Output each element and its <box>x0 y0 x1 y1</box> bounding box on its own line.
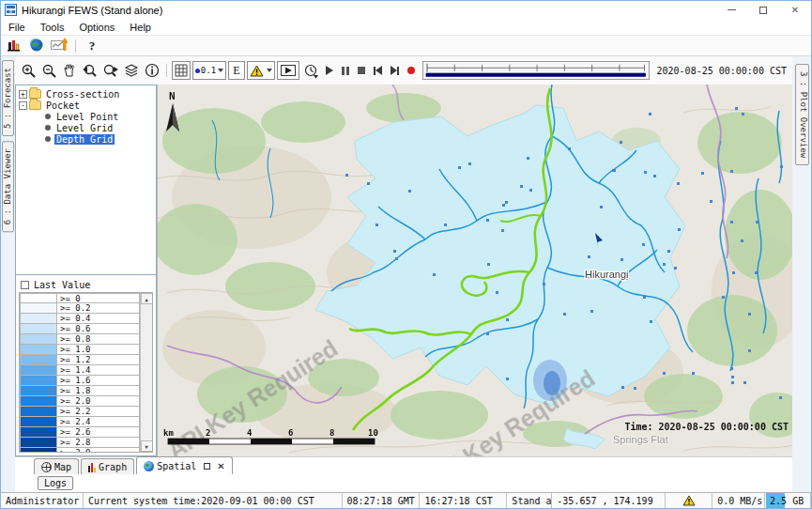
tree-item-cross-section[interactable]: +Cross-section <box>17 88 155 100</box>
movie-export-button[interactable] <box>277 61 299 80</box>
station-dot <box>543 283 545 285</box>
timeseries-button[interactable] <box>50 38 69 54</box>
left-tab-strip: 5 : Forecast 6 : Data Viewer <box>1 56 15 492</box>
app-icon <box>5 4 17 16</box>
status-coordinates: -35.657 , 174.199 <box>552 493 666 508</box>
legend-row[interactable]: >= 3.0 <box>20 448 140 453</box>
tree-item-pocket[interactable]: -Pocket <box>17 100 155 111</box>
tab-spatial[interactable]: Spatial ✕ <box>136 456 233 474</box>
tree-item-level-grid[interactable]: Level Grid <box>17 122 155 133</box>
help-button[interactable]: ? <box>83 38 101 54</box>
scroll-up-icon[interactable]: ▲ <box>141 293 153 304</box>
side-tab-data-viewer[interactable]: 6 : Data Viewer <box>2 141 14 232</box>
warning-threshold-dropdown[interactable] <box>247 61 275 80</box>
legend-row[interactable]: >= 1.0 <box>20 345 140 355</box>
legend-row[interactable]: >= 1.6 <box>20 376 140 386</box>
pan-button[interactable] <box>60 61 79 80</box>
play-button[interactable] <box>326 66 333 75</box>
zoom-out-button[interactable] <box>39 61 58 80</box>
tree-item-label: Level Point <box>54 112 120 122</box>
station-dot <box>505 201 508 204</box>
legend-row[interactable]: >= 0.6 <box>20 324 140 334</box>
status-system-time: Current system time:2020-09-01 00:00 CST <box>84 493 343 508</box>
legend-row[interactable]: >= 0.8 <box>20 334 140 345</box>
legend-panel: Last Value >= 0>= 0.2>= 0.4>= 0.6>= 0.8>… <box>15 275 157 456</box>
skip-to-start-button[interactable] <box>374 66 382 75</box>
close-button[interactable]: ✕ <box>779 1 811 19</box>
station-dot <box>701 172 704 175</box>
legend-row[interactable]: >= 1.2 <box>20 355 140 365</box>
timeline-slider[interactable] <box>422 61 650 80</box>
legend-label: >= 2.2 <box>57 407 140 417</box>
legend-row[interactable]: >= 2.0 <box>20 396 140 407</box>
station-dot <box>642 243 645 246</box>
legend-row[interactable]: >= 0.2 <box>20 303 140 314</box>
last-value-checkbox[interactable] <box>21 281 29 289</box>
station-dot <box>408 190 411 193</box>
zoom-previous-button[interactable] <box>81 61 100 80</box>
station-dot <box>468 162 471 165</box>
tab-graph[interactable]: Graph <box>81 458 134 474</box>
menu-file[interactable]: File <box>1 20 33 35</box>
side-tab-forecast[interactable]: 5 : Forecast <box>2 60 14 136</box>
legend-row[interactable]: >= 2.8 <box>20 438 140 448</box>
minimize-button[interactable] <box>715 1 747 19</box>
legend-row[interactable]: >= 0.4 <box>20 314 140 324</box>
svg-text:10: 10 <box>368 428 378 438</box>
station-dot <box>755 271 758 274</box>
legend-row[interactable]: >= 2.6 <box>20 427 140 438</box>
zoom-next-button[interactable] <box>101 61 120 80</box>
menu-help[interactable]: Help <box>122 20 159 35</box>
side-tab-plot-overview[interactable]: 3 : Plot Overview <box>795 64 809 165</box>
zoom-in-button[interactable] <box>19 61 38 80</box>
maximize-button[interactable] <box>747 1 779 19</box>
legend-row[interactable]: >= 0 <box>20 293 140 303</box>
menu-options[interactable]: Options <box>71 20 122 35</box>
tab-close-icon[interactable]: ✕ <box>217 461 224 471</box>
station-dot <box>779 396 782 399</box>
legend-row[interactable]: >= 2.4 <box>20 417 140 427</box>
labels-button[interactable]: E <box>228 61 245 80</box>
legend-label: >= 0.8 <box>57 334 140 345</box>
tree-item-depth-grid[interactable]: Depth Grid <box>17 133 155 145</box>
station-dot <box>527 157 529 160</box>
graph-tab-label: Graph <box>99 462 127 472</box>
pause-button[interactable] <box>342 67 349 75</box>
legend-row[interactable]: >= 1.4 <box>20 365 140 376</box>
legend-swatch <box>20 448 57 453</box>
tree-item-level-point[interactable]: Level Point <box>17 111 155 122</box>
map-canvas: API Key Required API Key Required N Hiku… <box>158 85 792 456</box>
legend-row[interactable]: >= 1.8 <box>20 386 140 396</box>
scroll-down-icon[interactable]: ▼ <box>141 440 153 452</box>
animation-settings-button[interactable] <box>301 61 320 80</box>
expand-icon[interactable]: + <box>19 90 27 99</box>
menu-tools[interactable]: Tools <box>33 20 72 35</box>
station-dot <box>487 263 490 266</box>
tab-maximize-icon[interactable] <box>204 463 210 470</box>
title-bar: Hikurangi FEWS (Stand alone) ✕ <box>1 1 811 19</box>
map-toolbar: 0.1 E <box>15 56 792 85</box>
station-dot <box>667 250 670 253</box>
station-dot <box>756 221 758 224</box>
logs-button[interactable]: Logs <box>38 476 73 490</box>
grid-display-button[interactable] <box>172 61 191 80</box>
stop-button[interactable] <box>358 67 365 74</box>
info-button[interactable] <box>143 61 161 80</box>
station-dot <box>730 367 733 370</box>
collapse-icon[interactable]: - <box>19 101 27 110</box>
logs-row: Logs <box>15 474 792 492</box>
tab-map[interactable]: Map <box>34 458 79 474</box>
legend-row[interactable]: >= 2.2 <box>20 407 140 417</box>
map-tab-icon <box>41 462 52 472</box>
map-view[interactable]: API Key Required API Key Required N Hiku… <box>158 85 792 456</box>
status-network-speed: 0.0 MB/s <box>712 493 765 508</box>
class-interval-dropdown[interactable]: 0.1 <box>192 61 226 80</box>
skip-to-end-button[interactable] <box>391 66 399 75</box>
tree-item-label: Pocket <box>44 100 82 111</box>
map-display-button[interactable] <box>27 38 46 54</box>
record-button[interactable] <box>407 67 415 74</box>
status-warning[interactable] <box>666 493 712 508</box>
layers-button[interactable] <box>122 61 141 80</box>
explorer-button[interactable] <box>5 38 23 54</box>
legend-scrollbar[interactable]: ▲ ▼ <box>140 293 152 452</box>
